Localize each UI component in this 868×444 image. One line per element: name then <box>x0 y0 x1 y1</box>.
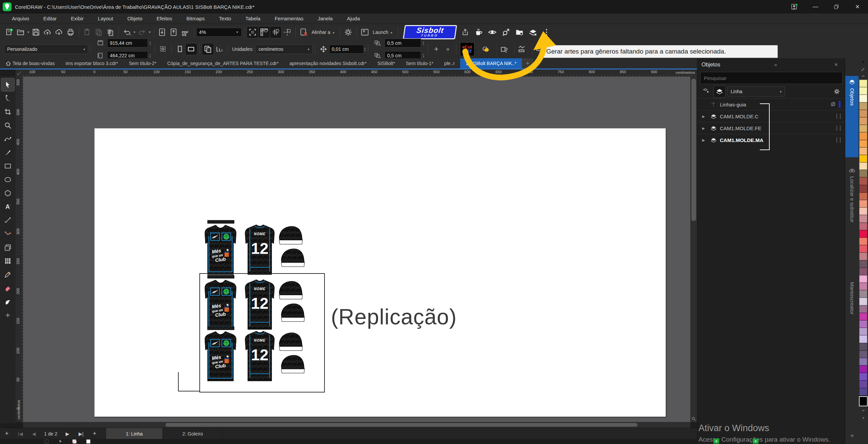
zoom-corner-icon[interactable] <box>690 416 697 422</box>
show-rulers-icon[interactable] <box>258 26 270 38</box>
color-swatch[interactable] <box>859 102 867 110</box>
first-page-button[interactable]: |◀ <box>14 428 27 439</box>
menu-editar[interactable]: Editar <box>36 14 64 24</box>
collapse-docker-icon[interactable]: » <box>771 62 781 67</box>
eyedropper-tool[interactable] <box>1 268 14 281</box>
selection-rectangle[interactable] <box>199 273 325 392</box>
document-tab[interactable]: Sem título-1* <box>400 58 439 68</box>
palette-scroll-down-icon[interactable] <box>859 407 868 414</box>
shape-tool[interactable] <box>1 92 14 105</box>
palette-eyedropper-icon[interactable] <box>859 65 868 73</box>
color-swatch[interactable] <box>859 117 867 125</box>
menu-efeitos[interactable]: Efeitos <box>150 14 179 24</box>
autofit-page-icon[interactable] <box>157 43 169 55</box>
landscape-icon[interactable] <box>185 43 197 55</box>
cloud-download-icon[interactable] <box>53 26 65 38</box>
color-swatch[interactable] <box>859 110 867 117</box>
zoom-level-select[interactable]: 4%▾ <box>196 28 242 37</box>
dropdown-caret[interactable]: ▾ <box>27 30 29 34</box>
polygon-tool[interactable] <box>1 187 14 200</box>
menu-tabela[interactable]: Tabela <box>238 14 268 24</box>
menu-arquivo[interactable]: Arquivo <box>5 14 36 24</box>
docker-tab-mantoscreator[interactable]: Mantoscreator <box>845 279 859 363</box>
color-swatch[interactable] <box>859 125 867 132</box>
text-tool[interactable]: A <box>1 200 14 213</box>
vertical-scroll-thumb[interactable] <box>691 79 696 221</box>
color-swatch[interactable] <box>859 230 867 238</box>
color-swatch[interactable] <box>859 298 867 305</box>
gender-icon[interactable] <box>500 26 512 38</box>
restore-button[interactable] <box>826 0 847 14</box>
share-icon[interactable] <box>459 26 471 38</box>
save-icon[interactable] <box>30 26 42 38</box>
launch-panel-icon[interactable] <box>359 26 371 38</box>
expand-arrow-icon[interactable]: ▶ <box>702 126 709 130</box>
color-swatch[interactable] <box>859 381 867 388</box>
show-grid-icon[interactable] <box>270 26 281 38</box>
pdf-icon[interactable]: PDF <box>180 26 191 38</box>
all-pages-icon[interactable] <box>202 43 214 55</box>
delete-wizard-icon[interactable] <box>298 26 310 38</box>
curve-tool[interactable] <box>1 133 14 145</box>
dropdown-caret[interactable]: ▾ <box>149 30 151 34</box>
undo-icon[interactable] <box>121 26 133 38</box>
current-page-icon[interactable] <box>214 43 225 55</box>
layer-view-icon[interactable] <box>714 86 725 97</box>
color-swatch[interactable] <box>859 313 867 320</box>
new-layer-icon[interactable] <box>700 86 712 97</box>
nudge-field[interactable]: 0,01 cm <box>329 45 364 54</box>
export-icon[interactable] <box>168 26 180 38</box>
color-swatch[interactable] <box>859 260 867 268</box>
menu-texto[interactable]: Texto <box>212 14 238 24</box>
color-swatch[interactable] <box>859 283 867 290</box>
color-swatch[interactable] <box>859 365 867 373</box>
dimension-tool[interactable] <box>1 214 14 227</box>
document-tab[interactable]: Cópia_de_segurança_de_ARTES PARA TESTE.c… <box>162 58 284 68</box>
minimize-button[interactable]: — <box>805 0 826 14</box>
color-swatch[interactable] <box>859 275 867 283</box>
page-tab-1-linha[interactable]: 1: Linha <box>106 428 163 439</box>
portrait-icon[interactable] <box>174 43 185 55</box>
outline-swatch[interactable] <box>86 439 91 444</box>
palette-scroll-start-icon[interactable] <box>859 58 868 65</box>
color-swatch[interactable] <box>859 170 867 177</box>
new-document-icon[interactable] <box>3 26 15 38</box>
ruler-origin-icon[interactable] <box>16 69 23 77</box>
previous-page-button[interactable]: ◀ <box>27 428 41 439</box>
page-width-field[interactable]: 915,44 cm <box>107 39 148 47</box>
drop-shadow-tool[interactable] <box>1 241 14 254</box>
menu-ferramentas[interactable]: Ferramentas <box>268 14 311 24</box>
color-swatch[interactable] <box>859 358 867 365</box>
expand-arrow-icon[interactable]: ▶ <box>702 115 709 118</box>
color-swatch[interactable] <box>859 350 867 358</box>
next-page-button[interactable]: ▶ <box>61 428 74 439</box>
color-swatch[interactable] <box>859 147 867 155</box>
add-docker-button[interactable]: + <box>845 429 859 444</box>
color-swatch[interactable] <box>859 193 867 200</box>
clear-layer-icon[interactable] <box>527 26 539 38</box>
last-page-button[interactable]: ▶| <box>74 428 88 439</box>
user-account-button[interactable] <box>784 0 805 14</box>
cloud-upload-icon[interactable] <box>42 26 53 38</box>
color-swatch[interactable] <box>859 80 867 87</box>
panel-options-gear-icon[interactable] <box>831 86 843 97</box>
connector-tool[interactable] <box>1 227 14 240</box>
color-swatch[interactable] <box>859 290 867 298</box>
more-options-icon[interactable] <box>541 26 552 38</box>
color-swatch[interactable] <box>859 140 867 147</box>
add-tools-tool[interactable] <box>1 309 14 322</box>
open-icon[interactable] <box>15 26 26 38</box>
dropdown-caret[interactable]: ▾ <box>134 30 135 34</box>
document-tab[interactable]: Sem título-2* <box>123 58 162 68</box>
vertical-scrollbar[interactable] <box>690 77 697 422</box>
coffee-icon[interactable] <box>473 26 485 38</box>
document-tab[interactable]: Tela de boas-vindas <box>0 58 60 68</box>
print-icon[interactable] <box>65 26 76 38</box>
fullscreen-preview-icon[interactable] <box>247 26 258 38</box>
color-swatch[interactable] <box>859 388 867 396</box>
macro-measure-button[interactable] <box>514 42 529 56</box>
options-gear-icon[interactable] <box>342 26 354 38</box>
color-swatch[interactable] <box>859 373 867 380</box>
units-select[interactable]: centímetros▾ <box>256 44 313 54</box>
color-swatch[interactable] <box>859 268 867 275</box>
